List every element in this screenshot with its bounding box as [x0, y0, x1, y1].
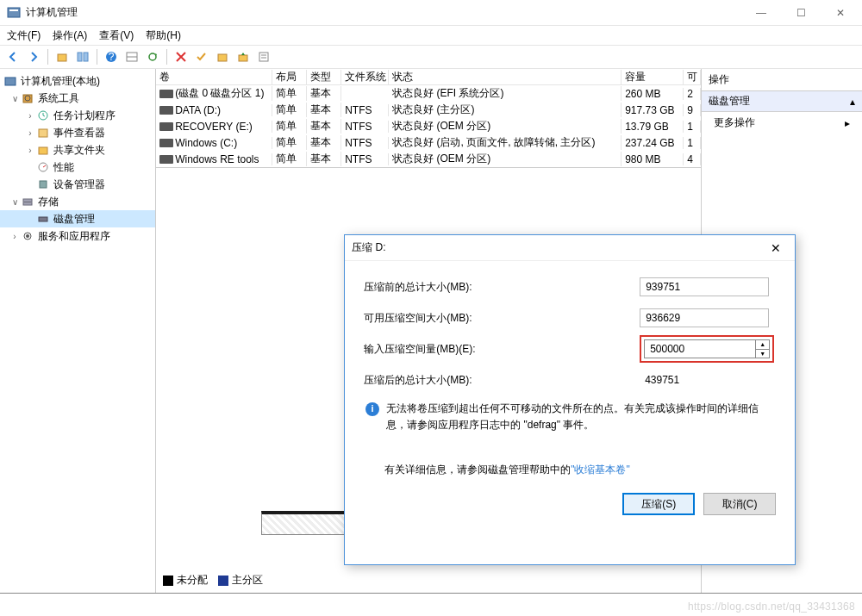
input-shrink-label: 输入压缩空间量(MB)(E): [364, 342, 640, 357]
svg-rect-9 [218, 54, 227, 61]
tree-systools[interactable]: ∨系统工具 [0, 90, 155, 107]
svg-text:?: ? [109, 51, 115, 63]
menubar: 文件(F) 操作(A) 查看(V) 帮助(H) [0, 26, 862, 45]
grid-icon[interactable] [122, 47, 141, 66]
tree-performance[interactable]: 性能 [0, 159, 155, 176]
toolbar: ? [0, 45, 862, 69]
help-link[interactable]: "收缩基本卷" [571, 464, 630, 476]
refresh-icon[interactable] [143, 47, 162, 66]
minimize-button[interactable]: — [741, 0, 781, 26]
col-fs[interactable]: 文件系统 [341, 70, 389, 84]
folder-icon[interactable] [213, 47, 232, 66]
svg-point-26 [26, 234, 29, 238]
shrink-button[interactable]: 压缩(S) [622, 493, 695, 515]
col-capacity[interactable]: 容量 [622, 70, 684, 84]
legend: 未分配 主分区 [163, 573, 263, 588]
col-status[interactable]: 状态 [389, 70, 622, 84]
svg-rect-11 [259, 53, 268, 61]
volume-row[interactable]: RECOVERY (E:)简单基本NTFS状态良好 (OEM 分区)13.79 … [156, 118, 701, 134]
check-icon[interactable] [192, 47, 211, 66]
tree-root[interactable]: 计算机管理(本地) [0, 72, 155, 90]
window-title: 计算机管理 [26, 5, 741, 20]
actions-header: 操作 [702, 69, 862, 91]
tree-sharedfolders[interactable]: ›共享文件夹 [0, 141, 155, 159]
info-icon: i [365, 402, 379, 416]
cancel-button[interactable]: 取消(C) [703, 493, 776, 515]
shrink-dialog: 压缩 D: ✕ 压缩前的总计大小(MB): 939751 可用压缩空间大小(MB… [344, 234, 796, 565]
shrink-amount-input[interactable] [644, 339, 756, 358]
tree-diskmgmt[interactable]: 磁盘管理 [0, 210, 155, 227]
tree-storage[interactable]: ∨存储 [0, 193, 155, 210]
volume-list: 卷 布局 类型 文件系统 状态 容量 可 (磁盘 0 磁盘分区 1)简单基本状态… [156, 69, 701, 168]
properties-icon[interactable] [254, 47, 273, 66]
volume-row[interactable]: Windows RE tools简单基本NTFS状态良好 (OEM 分区)980… [156, 151, 701, 167]
help-icon[interactable]: ? [102, 47, 121, 66]
spin-buttons[interactable]: ▲▼ [756, 339, 770, 358]
menu-action[interactable]: 操作(A) [53, 28, 87, 43]
app-icon [7, 6, 21, 20]
back-button[interactable] [3, 47, 22, 66]
menu-file[interactable]: 文件(F) [7, 28, 41, 43]
col-volume[interactable]: 卷 [156, 70, 272, 84]
volume-row[interactable]: DATA (D:)简单基本NTFS状态良好 (主分区)917.73 GB9 [156, 102, 701, 118]
volume-row[interactable]: Windows (C:)简单基本NTFS状态良好 (启动, 页面文件, 故障转储… [156, 134, 701, 151]
up-button[interactable] [53, 47, 72, 66]
menu-help[interactable]: 帮助(H) [146, 28, 181, 43]
svg-rect-3 [78, 53, 82, 61]
folder-up-icon[interactable] [234, 47, 253, 66]
col-layout[interactable]: 布局 [272, 70, 307, 84]
svg-rect-21 [40, 181, 47, 188]
window-titlebar: 计算机管理 — ☐ ✕ [0, 0, 862, 26]
chevron-right-icon: ▸ [845, 117, 850, 129]
volume-header: 卷 布局 类型 文件系统 状态 容量 可 [156, 69, 701, 85]
menu-view[interactable]: 查看(V) [99, 28, 134, 43]
volume-row[interactable]: (磁盘 0 磁盘分区 1)简单基本状态良好 (EFI 系统分区)260 MB2 [156, 85, 701, 102]
watermark: https://blog.csdn.net/qq_33431368 [688, 600, 855, 613]
info-text-1: 无法将卷压缩到超出任何不可移动的文件所在的点。有关完成该操作时间的详细信息，请参… [386, 401, 774, 433]
dialog-title: 压缩 D: [352, 240, 385, 255]
svg-rect-18 [39, 129, 47, 137]
collapse-icon: ▴ [850, 96, 855, 108]
tree-eventviewer[interactable]: ›事件查看器 [0, 124, 155, 141]
svg-rect-4 [84, 53, 88, 61]
show-hide-icon[interactable] [73, 47, 92, 66]
tree-devicemgr[interactable]: 设备管理器 [0, 176, 155, 193]
delete-icon[interactable] [172, 47, 191, 66]
svg-rect-1 [9, 9, 18, 11]
avail-shrink-label: 可用压缩空间大小(MB): [364, 311, 640, 326]
svg-rect-19 [39, 147, 47, 154]
forward-button[interactable] [24, 47, 43, 66]
avail-shrink-value: 936629 [640, 308, 769, 327]
maximize-button[interactable]: ☐ [781, 0, 821, 26]
tree-scheduler[interactable]: ›任务计划程序 [0, 107, 155, 124]
info-text-2a: 有关详细信息，请参阅磁盘管理帮助中的 [384, 464, 571, 476]
col-type[interactable]: 类型 [307, 70, 341, 84]
svg-rect-22 [23, 199, 32, 202]
svg-rect-23 [23, 202, 32, 205]
svg-rect-10 [239, 55, 247, 61]
after-size-label: 压缩后的总计大小(MB): [364, 373, 640, 388]
dialog-close-button[interactable]: ✕ [764, 239, 788, 258]
nav-tree: 计算机管理(本地) ∨系统工具 ›任务计划程序 ›事件查看器 ›共享文件夹 性能… [0, 69, 156, 593]
svg-rect-24 [39, 217, 47, 221]
svg-rect-0 [8, 8, 20, 17]
svg-rect-2 [58, 54, 66, 61]
col-free[interactable]: 可 [684, 70, 701, 84]
actions-section[interactable]: 磁盘管理▴ [702, 91, 862, 112]
actions-more[interactable]: 更多操作▸ [702, 112, 862, 134]
legend-unalloc: 未分配 [177, 573, 208, 588]
tree-services[interactable]: ›服务和应用程序 [0, 227, 155, 245]
legend-primary: 主分区 [232, 573, 263, 588]
close-button[interactable]: ✕ [821, 0, 860, 26]
total-size-label: 压缩前的总计大小(MB): [364, 280, 640, 295]
total-size-value: 939751 [640, 277, 769, 296]
svg-rect-14 [5, 78, 16, 85]
after-size-value: 439751 [640, 370, 769, 389]
